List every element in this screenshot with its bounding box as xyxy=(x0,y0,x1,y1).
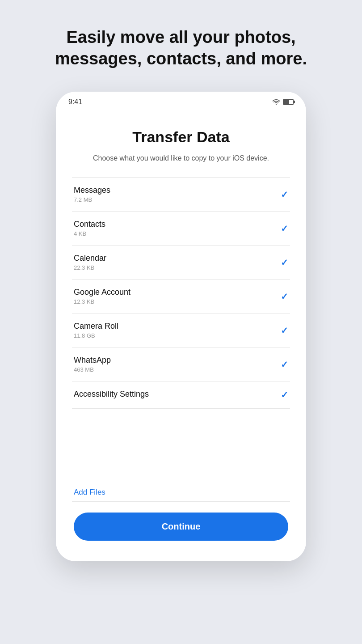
item-info-accessibility: Accessibility Settings xyxy=(74,390,149,400)
list-item[interactable]: Contacts 4 KB ✓ xyxy=(72,212,290,246)
item-name-messages: Messages xyxy=(74,186,110,195)
check-icon-google-account: ✓ xyxy=(281,291,288,302)
check-icon-contacts: ✓ xyxy=(281,223,288,234)
check-icon-camera-roll: ✓ xyxy=(281,325,288,336)
screen-subtitle: Choose what you would like to copy to yo… xyxy=(72,153,290,164)
item-name-camera-roll: Camera Roll xyxy=(74,322,118,331)
item-info-calendar: Calendar 22.3 KB xyxy=(74,254,106,271)
wifi-icon xyxy=(272,99,280,105)
item-info-whatsapp: WhatsApp 463 MB xyxy=(74,356,111,373)
battery-icon xyxy=(283,99,294,105)
item-name-calendar: Calendar xyxy=(74,254,106,263)
check-icon-messages: ✓ xyxy=(281,189,288,200)
phone-content: Transfer Data Choose what you would like… xyxy=(56,110,306,561)
item-size-google-account: 12.3 KB xyxy=(74,298,130,305)
item-info-camera-roll: Camera Roll 11.8 GB xyxy=(74,322,118,339)
item-size-contacts: 4 KB xyxy=(74,230,105,237)
continue-button[interactable]: Continue xyxy=(74,513,288,541)
status-bar: 9:41 xyxy=(56,92,306,110)
item-name-google-account: Google Account xyxy=(74,288,130,297)
item-size-camera-roll: 11.8 GB xyxy=(74,332,118,339)
status-icons xyxy=(272,99,294,105)
item-size-whatsapp: 463 MB xyxy=(74,366,111,373)
list-item[interactable]: Calendar 22.3 KB ✓ xyxy=(72,246,290,280)
list-item[interactable]: Messages 7.2 MB ✓ xyxy=(72,178,290,212)
item-name-contacts: Contacts xyxy=(74,220,105,229)
item-name-accessibility: Accessibility Settings xyxy=(74,390,149,399)
data-list: Messages 7.2 MB ✓ Contacts 4 KB ✓ Calend… xyxy=(72,178,290,479)
check-icon-whatsapp: ✓ xyxy=(281,359,288,370)
add-files-button[interactable]: Add Files xyxy=(74,488,105,497)
item-info-google-account: Google Account 12.3 KB xyxy=(74,288,130,305)
continue-btn-wrapper: Continue xyxy=(72,502,290,545)
list-item[interactable]: WhatsApp 463 MB ✓ xyxy=(72,347,290,381)
check-icon-accessibility: ✓ xyxy=(281,390,288,400)
phone-frame: 9:41 Transfer Data Choose what you would… xyxy=(56,92,306,561)
item-size-calendar: 22.3 KB xyxy=(74,264,106,271)
item-info-contacts: Contacts 4 KB xyxy=(74,220,105,237)
status-time: 9:41 xyxy=(68,98,82,106)
check-icon-calendar: ✓ xyxy=(281,257,288,268)
list-item[interactable]: Camera Roll 11.8 GB ✓ xyxy=(72,314,290,347)
list-item[interactable]: Google Account 12.3 KB ✓ xyxy=(72,280,290,314)
page-headline: Easily move all your photos, messages, c… xyxy=(51,27,311,69)
item-name-whatsapp: WhatsApp xyxy=(74,356,111,365)
add-files-row[interactable]: Add Files xyxy=(72,479,290,502)
list-item[interactable]: Accessibility Settings ✓ xyxy=(72,381,290,409)
item-size-messages: 7.2 MB xyxy=(74,196,110,203)
item-info-messages: Messages 7.2 MB xyxy=(74,186,110,203)
screen-title: Transfer Data xyxy=(72,128,290,146)
